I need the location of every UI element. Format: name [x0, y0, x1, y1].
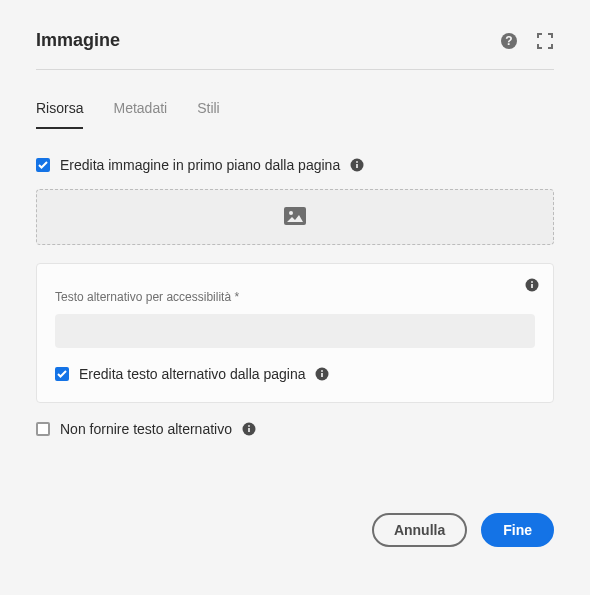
header-icons: ? [500, 32, 554, 50]
alt-text-panel: Testo alternativo per accessibilità * Er… [36, 263, 554, 403]
tab-metadati[interactable]: Metadati [113, 90, 167, 128]
svg-rect-12 [322, 370, 324, 372]
alt-text-label: Testo alternativo per accessibilità * [55, 290, 535, 304]
info-icon[interactable] [315, 367, 329, 381]
image-dropzone[interactable] [36, 189, 554, 245]
image-dialog: Immagine ? Risorsa Metadati Stili Eredit… [0, 0, 590, 437]
image-icon [284, 207, 306, 228]
svg-rect-5 [284, 207, 306, 225]
tabs: Risorsa Metadati Stili [36, 90, 554, 129]
svg-rect-4 [356, 161, 358, 163]
svg-point-6 [289, 211, 293, 215]
tab-stili[interactable]: Stili [197, 90, 220, 128]
inherit-alt-checkbox[interactable] [55, 367, 69, 381]
dialog-title: Immagine [36, 30, 120, 51]
tab-risorsa[interactable]: Risorsa [36, 90, 83, 128]
svg-text:?: ? [505, 34, 512, 48]
svg-rect-14 [248, 428, 250, 432]
inherit-image-checkbox[interactable] [36, 158, 50, 172]
dialog-footer: Annulla Fine [0, 453, 590, 547]
help-icon[interactable]: ? [500, 32, 518, 50]
tab-content: Eredita immagine in primo piano dalla pa… [36, 129, 554, 437]
cancel-button[interactable]: Annulla [372, 513, 467, 547]
inherit-image-label: Eredita immagine in primo piano dalla pa… [60, 157, 340, 173]
info-icon[interactable] [525, 278, 539, 292]
info-icon[interactable] [242, 422, 256, 436]
alt-text-input[interactable] [55, 314, 535, 348]
no-alt-checkbox[interactable] [36, 422, 50, 436]
svg-rect-8 [531, 284, 533, 288]
inherit-alt-label: Eredita testo alternativo dalla pagina [79, 366, 305, 382]
done-button[interactable]: Fine [481, 513, 554, 547]
svg-rect-3 [356, 164, 358, 168]
fullscreen-icon[interactable] [536, 32, 554, 50]
svg-rect-11 [322, 373, 324, 377]
inherit-image-row: Eredita immagine in primo piano dalla pa… [36, 157, 554, 173]
no-alt-row: Non fornire testo alternativo [36, 421, 554, 437]
inherit-alt-row: Eredita testo alternativo dalla pagina [55, 366, 535, 382]
info-icon[interactable] [350, 158, 364, 172]
svg-rect-9 [531, 281, 533, 283]
no-alt-label: Non fornire testo alternativo [60, 421, 232, 437]
svg-rect-15 [248, 425, 250, 427]
dialog-header: Immagine ? [36, 30, 554, 70]
